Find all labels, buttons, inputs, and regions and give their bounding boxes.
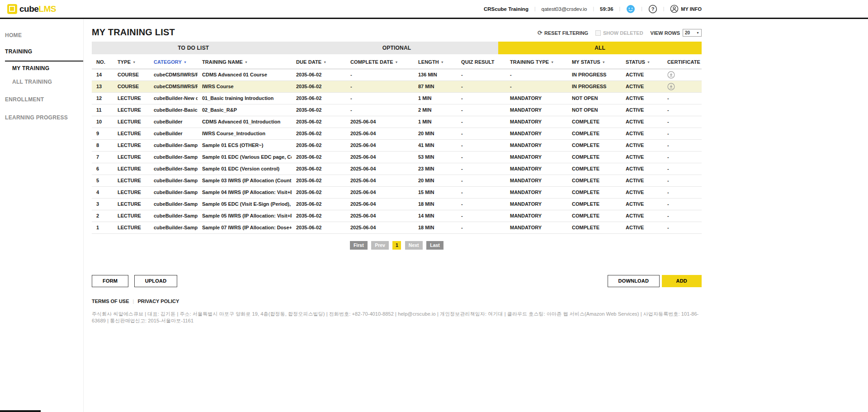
my-info-button[interactable]: MY INFO (670, 5, 702, 13)
download-button[interactable]: DOWNLOAD (608, 275, 660, 287)
cell-name[interactable]: Sample 07 IWRS (IP Allocation: Dose+Cou·… (198, 222, 292, 233)
sort-filter-icon[interactable]: ▼ (395, 61, 398, 64)
cell-status: ACTIVE (621, 128, 663, 139)
column-header-length[interactable]: LENGTH▼ (414, 55, 457, 69)
cell-name[interactable]: Sample 05 IWRS (IP Allocation: Visit+Run… (198, 210, 292, 222)
training-row[interactable]: 7LECTUREcubeBuilder-Sampl···Sample 01 ED… (92, 151, 702, 163)
show-deleted-checkbox[interactable] (595, 30, 601, 36)
sidebar-item-all-training[interactable]: ALL TRAINING (0, 75, 83, 89)
sidebar-item-learning-progress[interactable]: LEARNING PROGRESS (0, 110, 83, 125)
cell-name[interactable]: 01_Basic training Introduction (198, 92, 292, 104)
upload-button[interactable]: UPLOAD (134, 275, 178, 287)
cell-name[interactable]: 02_Basic_R&P (198, 104, 292, 116)
training-row[interactable]: 1LECTUREcubeBuilder-Sampl···Sample 07 IW… (92, 222, 702, 233)
app-logo[interactable]: cubeLMS (7, 4, 56, 14)
terms-of-use-link[interactable]: TERMS OF USE (92, 298, 129, 304)
sort-filter-icon[interactable]: ▼ (602, 61, 605, 64)
cell-due: 2035-06-02 (292, 116, 346, 128)
sidebar-item-my-training[interactable]: MY TRAINING (0, 62, 83, 75)
column-header-training_type[interactable]: TRAINING TYPE▼ (505, 55, 567, 69)
training-row[interactable]: 5LECTUREcubeBuilder-Sampl···Sample 03 IW… (92, 175, 702, 186)
sort-filter-icon[interactable]: ▼ (132, 61, 136, 64)
cell-training_type: MANDATORY (505, 116, 567, 128)
training-row[interactable]: 11LECTUREcubeBuilder-Basic ···02_Basic_R… (92, 104, 702, 116)
column-header-type[interactable]: TYPE▼ (113, 55, 149, 69)
sidebar-item-home[interactable]: HOME (0, 28, 83, 43)
cell-due: 2035-06-02 (292, 186, 346, 198)
training-row[interactable]: 12LECTUREcubeBuilder-New c···01_Basic tr… (92, 92, 702, 104)
cell-certificate[interactable] (663, 69, 702, 81)
sidebar-item-enrollment[interactable]: ENROLLMENT (0, 92, 83, 107)
sort-filter-icon[interactable]: ▼ (551, 61, 554, 64)
show-deleted-toggle[interactable]: SHOW DELETED (595, 30, 643, 36)
cell-complete: 2025-06-04 (346, 128, 414, 139)
cell-certificate[interactable] (663, 81, 702, 92)
form-button[interactable]: FORM (92, 275, 128, 287)
cell-name[interactable]: Sample 05 EDC (Visit E-Sign (Period), It… (198, 198, 292, 210)
cell-name[interactable]: IWRS Course_Introduction (198, 128, 292, 139)
sort-filter-icon[interactable]: ▼ (184, 61, 187, 64)
sort-filter-icon[interactable]: ▼ (323, 61, 326, 64)
training-row[interactable]: 3LECTUREcubeBuilder-Sampl···Sample 05 ED… (92, 198, 702, 210)
reset-filtering-button[interactable]: ⟳ RESET FILTERING (538, 29, 588, 36)
column-header-category[interactable]: CATEGORY▼ (149, 55, 198, 69)
cell-name[interactable]: Sample 04 IWRS (IP Allocation: Visit+Bac… (198, 186, 292, 198)
column-header-status[interactable]: STATUS▼ (621, 55, 663, 69)
help-icon[interactable]: ? (648, 5, 657, 14)
column-header-name[interactable]: TRAINING NAME▼ (198, 55, 292, 69)
cell-no: 6 (92, 163, 113, 175)
horizontal-scrollbar-thumb[interactable] (0, 410, 41, 412)
add-button[interactable]: ADD (662, 275, 702, 287)
sort-filter-icon[interactable]: ▼ (647, 61, 650, 64)
chat-icon[interactable] (626, 5, 635, 14)
cell-type: LECTURE (113, 104, 149, 116)
cell-name[interactable]: IWRS Course (198, 81, 292, 92)
pagination-last-button[interactable]: Last (426, 241, 443, 250)
pagination-current-page[interactable]: 1 (392, 241, 401, 250)
column-header-due[interactable]: DUE DATE▼ (292, 55, 346, 69)
training-row[interactable]: 8LECTUREcubeBuilder-Sampl···Sample 01 EC… (92, 139, 702, 151)
training-row[interactable]: 13COURSEcubeCDMS/IWRS/P···IWRS Course203… (92, 81, 702, 92)
certificate-download-icon[interactable] (667, 83, 675, 90)
cell-name[interactable]: Sample 03 IWRS (IP Allocation (Count typ… (198, 175, 292, 186)
training-row[interactable]: 4LECTUREcubeBuilder-Sampl···Sample 04 IW… (92, 186, 702, 198)
account-name[interactable]: CRScube Training (484, 6, 528, 12)
cell-training_type: MANDATORY (505, 198, 567, 210)
column-label: MY STATUS (572, 59, 600, 65)
training-row[interactable]: 14COURSEcubeCDMS/IWRS/P···CDMS Advanced … (92, 69, 702, 81)
cell-training_type: MANDATORY (505, 139, 567, 151)
training-row[interactable]: 6LECTUREcubeBuilder-Sampl···Sample 01 ED… (92, 163, 702, 175)
column-header-my_status[interactable]: MY STATUS▼ (567, 55, 621, 69)
cell-training_type: MANDATORY (505, 210, 567, 222)
cell-no: 4 (92, 186, 113, 198)
cell-name[interactable]: Sample 01 ECS (OTHER~) (198, 139, 292, 151)
cell-name[interactable]: CDMS Advanced 01 Course (198, 69, 292, 81)
sort-filter-icon[interactable]: ▼ (441, 61, 444, 64)
cell-category: cubeBuilder-Basic ··· (149, 104, 198, 116)
sidebar-item-training[interactable]: TRAINING (5, 44, 83, 62)
tab-optional[interactable]: OPTIONAL (295, 42, 499, 54)
sort-filter-icon[interactable]: ▼ (245, 61, 248, 64)
pagination-prev-button[interactable]: Prev (371, 241, 389, 250)
training-row[interactable]: 9LECTUREcubeBuilderIWRS Course_Introduct… (92, 128, 702, 139)
cell-name[interactable]: CDMS Advanced 01_Introduction (198, 116, 292, 128)
training-row[interactable]: 10LECTUREcubeBuilderCDMS Advanced 01_Int… (92, 116, 702, 128)
cell-type: LECTURE (113, 198, 149, 210)
cell-name[interactable]: Sample 01 EDC (Version control) (198, 163, 292, 175)
privacy-policy-link[interactable]: PRIVACY POLICY (137, 298, 179, 304)
column-header-certificate[interactable]: CERTIFICATE▼ (663, 55, 702, 69)
training-row[interactable]: 2LECTUREcubeBuilder-Sampl···Sample 05 IW… (92, 210, 702, 222)
cell-my_status: COMPLETE (567, 139, 621, 151)
pagination-next-button[interactable]: Next (405, 241, 423, 250)
column-header-complete[interactable]: COMPLETE DATE▼ (346, 55, 414, 69)
certificate-download-icon[interactable] (667, 71, 675, 79)
chevron-down-icon: ▼ (696, 31, 699, 34)
pagination: First Prev 1 Next Last (92, 241, 702, 250)
view-rows-value: 20 (685, 30, 690, 35)
pagination-first-button[interactable]: First (350, 241, 368, 250)
view-rows-select[interactable]: 20 ▼ (683, 29, 702, 37)
tab-all[interactable]: ALL (498, 42, 702, 54)
cell-name[interactable]: Sample 01 EDC (Various EDC page, Central… (198, 151, 292, 163)
tab-to-do-list[interactable]: TO DO LIST (92, 42, 295, 54)
logo-text: cubeLMS (19, 4, 56, 14)
